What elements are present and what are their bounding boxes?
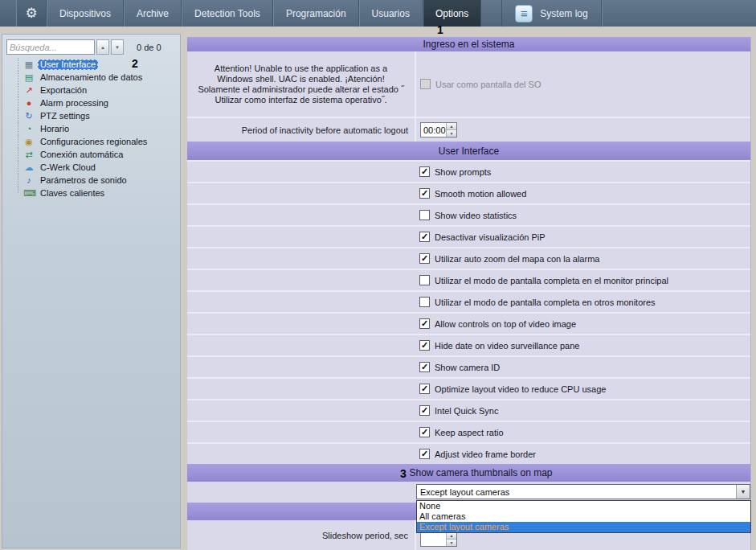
chevron-up-icon: ▲ [450,125,454,129]
sidebar-item-conexion-automatica[interactable]: ⇄ Conexión automática [2,148,180,161]
shell-checkbox-label: Usar como pantalla del SO [435,80,541,89]
sidebar-item-alarm-processing[interactable]: ● Alarm processing [2,96,180,109]
sidebar-item-claves-calientes[interactable]: ⌨ Claves calientes [2,187,180,199]
tab-label: Detection Tools [194,8,260,19]
tab-options[interactable]: Options [423,0,481,27]
dropdown-option-except-layout-cameras[interactable]: Except layout cameras [417,522,750,532]
alarm-icon: ● [23,99,35,108]
option-label: Desactivar visualización PiP [435,232,546,242]
slideshow-label: Slideshow period, sec [187,520,416,550]
sidebar-item-cwerk-cloud[interactable]: ☁ C-Werk Cloud [2,161,180,174]
sidebar-item-label: C-Werk Cloud [38,162,98,173]
checkbox[interactable]: ✓ [419,340,430,351]
nav-padding [0,0,16,27]
gear-icon: ⚙ [25,5,37,22]
dropdown-option-all-cameras[interactable]: All cameras [417,511,750,522]
option-row-show-camera-id: ✓ Show camera ID [187,355,750,377]
option-row-smooth-motion: ✓ Smooth motion allowed [187,182,750,203]
slideshow-value [421,532,446,546]
checkbox[interactable] [419,297,430,307]
checkbox[interactable]: ✓ [419,232,430,242]
checkbox[interactable]: ✓ [419,427,430,437]
annotation-marker-1: 1 [437,23,443,36]
inactivity-label: Period of inactivity before automatic lo… [187,118,416,142]
dropdown-option-none[interactable]: None [417,501,750,511]
search-input[interactable] [6,39,95,55]
checkbox[interactable]: ✓ [419,188,430,199]
sidebar-item-label: User Interface [38,60,98,70]
sidebar-item-label: Configuraciones regionales [38,137,149,147]
option-row-controls-on-video: ✓ Allow controls on top of video image [187,312,750,334]
checkbox[interactable] [419,275,430,285]
chevron-down-icon: ▼ [450,541,454,545]
checkbox[interactable]: ✓ [419,253,430,264]
dropdown-arrow-button[interactable]: ▼ [736,485,750,499]
spin-up-button[interactable]: ▲ [447,123,456,130]
checkbox[interactable]: ✓ [419,166,430,177]
log-list-icon: ≡ [515,5,533,23]
slideshow-spinner[interactable]: ▲ ▼ [420,532,457,547]
search-prev-button[interactable]: ▲ [96,39,109,55]
regional-icon: ◉ [23,138,35,146]
sidebar-item-label: Claves calientes [38,188,107,199]
sidebar-item-label: Conexión automática [38,150,125,160]
option-label: Smooth motion allowed [435,189,526,199]
sidebar-item-exportacion[interactable]: ↗ Exportación [2,84,180,96]
annotation-marker-2: 2 [132,57,138,70]
dropdown-value: Except layout cameras [417,485,736,499]
sidebar-item-horario[interactable]: ◔ Horario [2,122,180,135]
tab-detection-tools[interactable]: Detection Tools [182,0,273,27]
tab-archive[interactable]: Archive [124,0,182,27]
tab-system-log[interactable]: ≡ System log [502,0,601,27]
checkbox[interactable] [419,210,430,220]
ptz-icon: ↻ [23,112,35,121]
search-row: ▲ ▼ 0 de 0 [6,39,177,55]
sidebar-item-ptz-settings[interactable]: ↻ PTZ settings [2,109,180,122]
options-panel: Ingreso en el sistema Attention! Unable … [187,37,751,550]
option-row-video-statistics: Show video statistics [187,203,750,225]
sidebar-item-label: Alarm processing [38,98,111,109]
sidebar-item-user-interface[interactable]: ▦ User Interface [2,58,180,71]
tab-programacion[interactable]: Programación [273,0,359,27]
option-label: Utilizar el modo de pantalla completa en… [435,298,656,307]
spin-up-button[interactable]: ▲ [447,532,456,540]
option-row-show-prompts: ✓ Show prompts [187,160,750,182]
shell-setting-row: Attention! Unable to use the application… [187,51,750,117]
section-header-login: Ingreso en el sistema [187,37,750,51]
option-row-adjust-frame-border: ✓ Adjust video frame border [187,442,750,464]
settings-gear-tab[interactable]: ⚙ [16,0,47,27]
tab-dispositivos[interactable]: Dispositivos [47,0,124,27]
spin-down-button[interactable]: ▼ [447,540,456,546]
checkbox[interactable]: ✓ [419,318,430,329]
chevron-up-icon: ▲ [450,534,454,538]
sidebar-item-parametros-de-sonido[interactable]: ♪ Parámetros de sonido [2,174,180,187]
settings-tree: ▦ User Interface ▤ Almacenamiento de dat… [2,58,180,199]
section-header-user-interface: User Interface [187,142,750,160]
cloud-icon: ☁ [23,163,35,172]
sound-icon: ♪ [23,176,35,185]
search-next-button[interactable]: ▼ [111,39,124,55]
checkbox[interactable]: ✓ [419,405,430,416]
tab-usuarios[interactable]: Usuarios [359,0,423,27]
nav-fill [602,0,756,27]
export-icon: ↗ [23,86,35,95]
tab-label: Usuarios [372,8,410,19]
sidebar-item-almacenamiento[interactable]: ▤ Almacenamiento de datos [2,71,180,84]
chevron-up-icon: ▲ [100,45,105,50]
settings-sidebar: ▲ ▼ 0 de 0 ▦ User Interface ▤ Almacenami… [2,34,181,548]
option-row-hide-date: ✓ Hide date on video surveillance pane [187,334,750,355]
checkbox[interactable]: ✓ [419,362,430,372]
checkbox[interactable]: ✓ [419,449,430,459]
section-header-thumbnails: Show camera thumbnails on map [187,464,750,482]
option-row-optimize-layout: ✓ Optimize layout video to reduce CPU us… [187,377,750,399]
inactivity-spinner[interactable]: 00:00 ▲ ▼ [420,122,457,138]
option-row-fullscreen-other-monitors: Utilizar el modo de pantalla completa en… [187,290,750,312]
thumbnails-dropdown[interactable]: Except layout cameras ▼ [416,484,750,499]
top-navigation: ⚙ Dispositivos Archive Detection Tools P… [0,0,756,27]
search-result-count: 0 de 0 [137,43,161,52]
checkbox[interactable]: ✓ [419,384,430,394]
chevron-down-icon: ▼ [741,489,746,495]
option-row-intel-quick-sync: ✓ Intel Quick Sync [187,399,750,421]
spin-down-button[interactable]: ▼ [447,130,456,137]
sidebar-item-configuraciones-regionales[interactable]: ◉ Configuraciones regionales [2,135,180,148]
